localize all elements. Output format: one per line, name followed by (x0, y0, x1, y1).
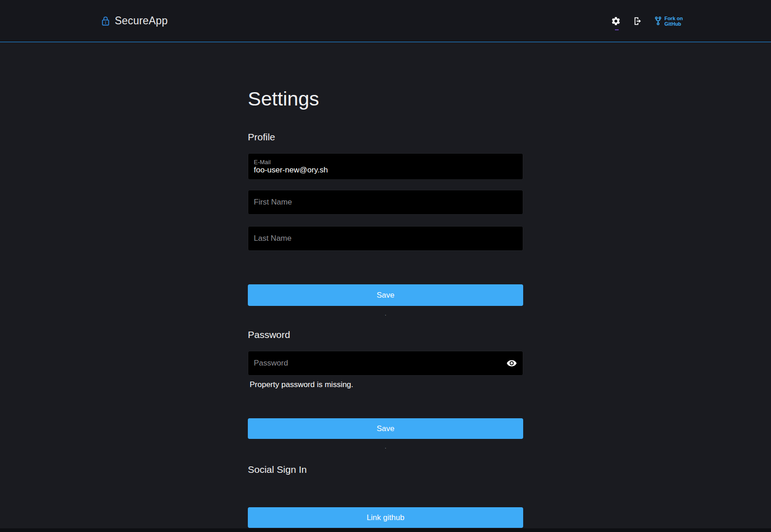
settings-button[interactable] (611, 16, 621, 26)
last-name-input[interactable] (254, 234, 517, 243)
top-navbar: SecureApp (0, 0, 771, 42)
navbar-actions: Fork on GitHub (611, 0, 683, 42)
password-visibility-toggle[interactable] (506, 358, 517, 369)
password-save-button[interactable]: Save (248, 418, 523, 439)
eye-icon (506, 358, 517, 369)
link-github-button[interactable]: Link github (248, 507, 523, 528)
profile-messages-dot: . (248, 310, 523, 317)
email-input[interactable] (254, 166, 517, 175)
password-messages-dot: . (248, 443, 523, 450)
first-name-field-container (248, 190, 523, 215)
logout-icon (633, 16, 643, 26)
settings-page: Settings Profile E-Mail Save . Password … (248, 88, 523, 528)
lock-icon (102, 17, 109, 26)
fork-link-label: Fork on GitHub (665, 16, 683, 27)
gear-icon (611, 16, 621, 26)
password-section-heading: Password (248, 329, 523, 340)
fork-on-github-link[interactable]: Fork on GitHub (655, 16, 683, 27)
password-error-message: Property password is missing. (250, 380, 523, 390)
last-name-field-container (248, 226, 523, 251)
logout-button[interactable] (633, 16, 643, 26)
fork-icon (655, 17, 661, 25)
app-logo[interactable]: SecureApp (102, 15, 168, 27)
email-field-container: E-Mail (248, 153, 523, 180)
email-field-label: E-Mail (254, 159, 517, 166)
social-section-heading: Social Sign In (248, 464, 523, 475)
password-input[interactable] (254, 359, 503, 368)
focus-underline (615, 29, 619, 30)
profile-save-button[interactable]: Save (248, 284, 523, 306)
app-title: SecureApp (115, 15, 168, 27)
profile-section-heading: Profile (248, 131, 523, 143)
page-title: Settings (248, 88, 523, 110)
first-name-input[interactable] (254, 198, 517, 207)
password-field-container (248, 351, 523, 376)
bottom-edge-strip (0, 528, 771, 532)
